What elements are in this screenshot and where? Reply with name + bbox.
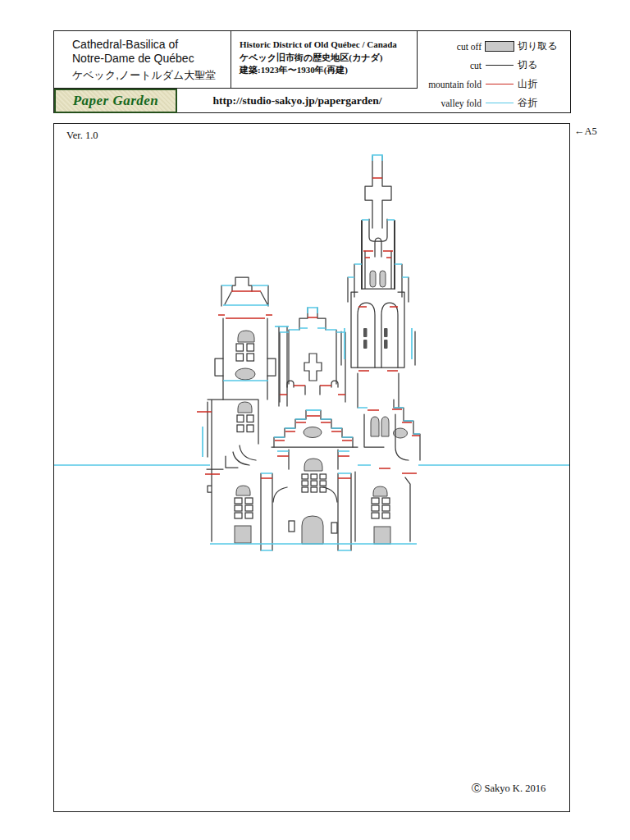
- papercraft-pattern: [0, 0, 630, 840]
- belfry-slit-windows: [363, 328, 388, 349]
- belfry-side-cut-lines: [362, 221, 395, 289]
- pattern-sheet-page: Cathedral-Basilica of Notre-Dame de Québ…: [0, 0, 630, 840]
- window-cutouts: [235, 344, 390, 533]
